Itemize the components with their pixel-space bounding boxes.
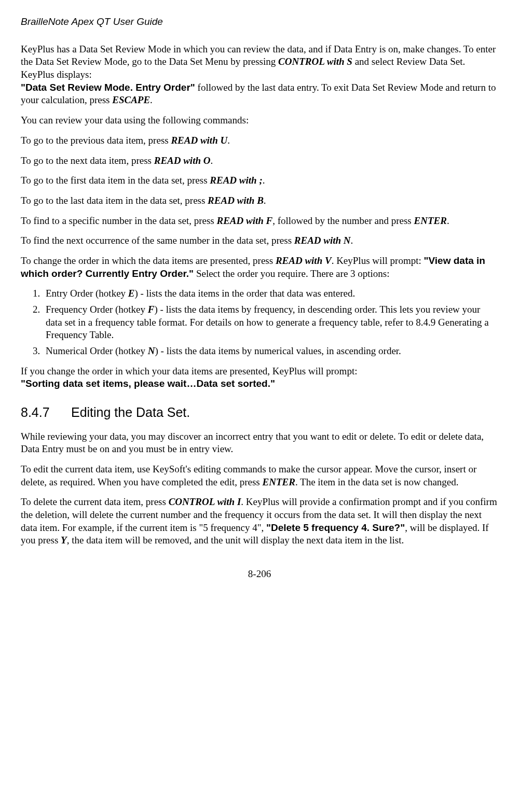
text: . KeyPlus will prompt: (332, 255, 424, 266)
key-combo: READ with F (217, 215, 273, 226)
ordered-list: Entry Order (hotkey E) - lists the data … (21, 287, 498, 357)
key-combo: ENTER (263, 477, 295, 487)
text: . (150, 94, 153, 105)
hotkey: Y (61, 535, 67, 545)
key-combo: READ with ; (210, 175, 262, 186)
text: , followed by the number and press (272, 215, 414, 226)
text: To find to a specific number in the data… (21, 215, 217, 226)
text: , the data item will be removed, and the… (67, 535, 404, 545)
paragraph: To delete the current data item, press C… (21, 496, 498, 547)
key-combo: ENTER (414, 215, 447, 226)
text: ) - lists the data items by numerical va… (155, 345, 401, 356)
text: . (227, 135, 230, 146)
text: . (351, 235, 353, 246)
text: Select the order you require. There are … (194, 268, 389, 279)
section-number: 8.4.7 (21, 404, 67, 421)
list-item: Entry Order (hotkey E) - lists the data … (43, 287, 498, 300)
text: To go to the next data item, press (21, 155, 154, 166)
paragraph: To find to a specific number in the data… (21, 215, 498, 228)
key-combo: READ with U (171, 135, 227, 146)
key-combo: CONTROL with I (169, 496, 241, 507)
text: ) - lists the data items in the order th… (135, 288, 356, 299)
page-header: BrailleNote Apex QT User Guide (21, 16, 498, 29)
text: . (263, 175, 265, 186)
text: . (264, 195, 266, 206)
text: Numerical Order (hotkey (46, 345, 148, 356)
text: To go to the first data item in the data… (21, 175, 210, 186)
text: To delete the current data item, press (21, 496, 169, 507)
text: . The item in the data set is now change… (295, 477, 459, 487)
paragraph: If you change the order in which your da… (21, 365, 498, 390)
paragraph: To go to the previous data item, press R… (21, 134, 498, 147)
hotkey: E (128, 288, 135, 299)
paragraph: To go to the next data item, press READ … (21, 155, 498, 167)
text: To go to the last data item in the data … (21, 195, 208, 206)
text: Entry Order (hotkey (46, 288, 128, 299)
text: If you change the order in which your da… (21, 366, 357, 376)
section-heading: 8.4.7 Editing the Data Set. (21, 404, 498, 421)
key-combo: READ with N (294, 235, 351, 246)
key-combo: CONTROL with S (278, 56, 352, 67)
paragraph: To go to the last data item in the data … (21, 194, 498, 207)
text: . (447, 215, 449, 226)
text: To change the order in which the data it… (21, 255, 276, 266)
text: To go to the previous data item, press (21, 135, 171, 146)
prompt-text: "Data Set Review Mode. Entry Order" (21, 82, 195, 93)
key-combo: READ with V (276, 255, 332, 266)
key-combo: READ with O (154, 155, 211, 166)
paragraph: To find the next occurrence of the same … (21, 234, 498, 247)
text: . (210, 155, 213, 166)
text: Frequency Order (hotkey (46, 304, 148, 315)
paragraph: You can review your data using the follo… (21, 114, 498, 127)
text: To find the next occurrence of the same … (21, 235, 294, 246)
prompt-text: "Delete 5 frequency 4. Sure?" (266, 522, 405, 533)
section-title: Editing the Data Set. (71, 405, 190, 419)
key-combo: ESCAPE (112, 94, 150, 105)
key-combo: READ with B (208, 195, 264, 206)
paragraph: While reviewing your data, you may disco… (21, 430, 498, 456)
hotkey: N (148, 345, 155, 356)
paragraph: To go to the first data item in the data… (21, 174, 498, 187)
paragraph-intro: KeyPlus has a Data Set Review Mode in wh… (21, 43, 498, 107)
paragraph: To edit the current data item, use KeySo… (21, 463, 498, 488)
prompt-text: "Sorting data set items, please wait…Dat… (21, 378, 275, 389)
hotkey: F (148, 304, 155, 315)
list-item: Numerical Order (hotkey N) - lists the d… (43, 345, 498, 358)
list-item: Frequency Order (hotkey F) - lists the d… (43, 303, 498, 342)
paragraph: To change the order in which the data it… (21, 255, 498, 280)
page-number: 8-206 (21, 568, 498, 581)
